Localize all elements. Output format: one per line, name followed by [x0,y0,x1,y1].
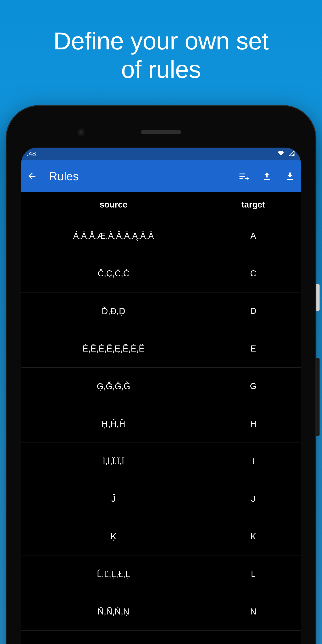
app-bar: Rules [21,160,301,192]
rule-row[interactable]: Ó,Ô,Ø,Ö,Ò,Õ,Ő,Ŏ,Ȯ,ŌO [21,630,301,644]
rule-row[interactable]: É,Ě,È,Ê,Ę,Ē,Ė,ËE [21,330,301,368]
import-button[interactable] [284,170,296,182]
column-header-source: source [21,200,206,210]
column-header-target: target [206,200,301,210]
export-button[interactable] [260,170,273,182]
rule-source: Ķ [21,532,206,541]
rule-source: Á,Ä,Å,Æ,À,Â,Ă,Ą,Ā,Ā [21,231,206,241]
rule-row[interactable]: ĴJ [21,480,301,518]
rule-target: G [206,382,301,391]
rules-body: Á,Ä,Å,Æ,À,Â,Ă,Ą,Ā,ĀAČ,Ç,Ć,ĆCĎ,Đ,ḌDÉ,Ě,È,… [21,217,301,644]
phone-side-button-power [316,284,320,311]
rule-row[interactable]: Ģ,Ğ,Ĝ,ǦG [21,368,301,405]
rule-row[interactable]: Á,Ä,Å,Æ,À,Â,Ă,Ą,Ā,ĀA [21,217,301,255]
rule-row[interactable]: Ḥ,Ĥ,ȞH [21,405,301,442]
status-time: .48 [26,150,36,158]
rule-source: Í,Ì,Ï,Î,Ī [21,456,206,466]
status-bar: .48 [21,148,301,160]
cell-signal-icon [288,150,296,158]
rule-target: E [206,344,301,354]
rule-target: J [206,494,301,504]
rule-source: Č,Ç,Ć,Ć [21,269,206,278]
rule-source: Ḥ,Ĥ,Ȟ [21,419,206,429]
rule-source: É,Ě,È,Ê,Ę,Ē,Ė,Ë [21,344,206,354]
rule-row[interactable]: Í,Ì,Ï,Î,ĪI [21,442,301,480]
phone-frame: .48 Rules [6,105,316,644]
rule-target: K [206,532,301,541]
rule-row[interactable]: Č,Ç,Ć,ĆC [21,255,301,292]
promo-title-line1: Define your own set [54,27,269,54]
rule-source: Ģ,Ğ,Ĝ,Ǧ [21,382,206,391]
rule-source: Ĵ [21,494,206,504]
phone-side-button-volume [316,358,320,436]
add-rule-button[interactable] [237,170,250,182]
phone-screen: .48 Rules [21,148,301,644]
rule-target: H [206,419,301,429]
promo-title-line2: of rules [121,56,201,83]
app-bar-title: Rules [49,170,230,183]
promo-title: Define your own set of rules [0,27,322,84]
rule-row[interactable]: ĶK [21,518,301,555]
rule-target: N [206,607,301,616]
rule-target: C [206,269,301,278]
rules-table: source target Á,Ä,Å,Æ,À,Â,Ă,Ą,Ā,ĀAČ,Ç,Ć,… [21,192,301,644]
rule-target: A [206,231,301,241]
rule-target: D [206,306,301,316]
rule-target: L [206,569,301,579]
rules-header: source target [21,192,301,217]
rule-source: Ď,Đ,Ḍ [21,306,206,316]
rule-source: Ĺ,Ľ,Ļ,Ł,Ḷ [21,569,206,579]
phone-earpiece [141,130,181,134]
rule-target: I [206,456,301,466]
back-button[interactable] [26,170,38,182]
rule-source: Ň,Ñ,Ń,Ņ [21,607,206,616]
phone-body: .48 Rules [6,105,316,644]
wifi-icon [277,150,285,158]
phone-camera [77,128,85,136]
rule-row[interactable]: Ĺ,Ľ,Ļ,Ł,ḶL [21,555,301,593]
rule-row[interactable]: Ň,Ñ,Ń,ŅN [21,593,301,630]
rule-row[interactable]: Ď,Đ,ḌD [21,292,301,330]
app-bar-actions [237,170,296,182]
